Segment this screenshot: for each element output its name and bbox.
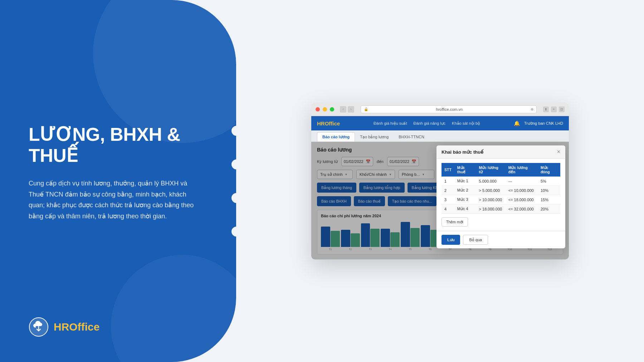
right-panel: ‹ › 🔒 hroffice.com.vn ⊕ ⬆ + ⊡ HROffice <box>236 0 644 362</box>
modal-overlay: Khai báo mức thuế × STT Mức thuế Mức lươ… <box>311 142 569 259</box>
app-main: Báo cáo lương Kỳ lương từ 01/02/2022 📅 đ… <box>311 142 569 259</box>
cell-stt: 2 <box>441 186 454 195</box>
deco-circle-2 <box>230 158 236 170</box>
cell-muc-dong: 5% <box>538 177 560 186</box>
col-luong-den: Mức lương đến <box>506 163 538 177</box>
cell-muc-thue: Mức 3 <box>454 195 476 204</box>
table-row: 3 Mức 3 > 10.000.000 <= 18.000.000 15% <box>441 195 560 204</box>
tab-bhxh-ttncn[interactable]: BHXH-TTNCN <box>394 132 429 142</box>
logo-area: HROffice <box>29 317 211 337</box>
col-muc-dong: Mức đóng <box>538 163 560 177</box>
nav-link-nang-luc[interactable]: Đánh giá năng lực <box>414 121 446 126</box>
browser-bar: ‹ › 🔒 hroffice.com.vn ⊕ ⬆ + ⊡ <box>311 103 569 116</box>
bo-qua-button[interactable]: Bỏ qua <box>463 235 488 245</box>
app-container: HROffice Đánh giá hiệu suất Đánh giá năn… <box>311 116 569 259</box>
cell-luong-tu: > 10.000.000 <box>476 195 506 204</box>
deco-circle-3 <box>230 192 236 204</box>
hroffice-logo-icon <box>29 317 49 337</box>
luu-button[interactable]: Lưu <box>441 235 460 245</box>
browser-share-button[interactable]: ⬆ <box>543 106 549 112</box>
browser-dot-green[interactable] <box>330 107 334 111</box>
cell-luong-tu: 5.000.000 <box>476 177 506 186</box>
modal-body: STT Mức thuế Mức lương từ Mức lương đến … <box>436 159 565 231</box>
table-row: 1 Mức 1 5.000.000 --- 5% <box>441 177 560 186</box>
description: Cung cấp dịch vụ tính lương, thưởng, quả… <box>29 178 200 222</box>
left-content: LƯƠNG, BHXH & THUẾ Cung cấp dịch vụ tính… <box>29 29 211 317</box>
app-nav-links: Đánh giá hiệu suất Đánh giá năng lực Khả… <box>374 121 480 126</box>
modal-close-button[interactable]: × <box>557 149 560 155</box>
app-nav-right: 🔔 Trường ban CNK LHD <box>514 120 563 126</box>
modal-footer: Lưu Bỏ qua <box>436 231 565 248</box>
left-panel: LƯƠNG, BHXH & THUẾ Cung cấp dịch vụ tính… <box>0 0 236 362</box>
cell-luong-den: --- <box>506 177 538 186</box>
cell-stt: 1 <box>441 177 454 186</box>
nav-link-khao-sat[interactable]: Khảo sát nội bộ <box>452 121 480 126</box>
tab-tao-bang-luong[interactable]: Tạo bảng lương <box>355 132 394 142</box>
cell-muc-thue: Mức 1 <box>454 177 476 186</box>
col-muc-thue: Mức thuế <box>454 163 476 177</box>
cell-muc-thue: Mức 2 <box>454 186 476 195</box>
user-name: Trường ban CNK LHD <box>524 121 563 126</box>
modal-header: Khai báo mức thuế × <box>436 145 565 159</box>
cell-luong-den: <= 32.000.000 <box>506 204 538 214</box>
circles-decoration <box>230 125 236 238</box>
app-navbar: HROffice Đánh giá hiệu suất Đánh giá năn… <box>311 116 569 130</box>
cell-muc-dong: 20% <box>538 204 560 214</box>
browser-controls: ‹ › <box>340 106 354 113</box>
tab-bao-cao-luong[interactable]: Báo cáo lương <box>317 132 355 142</box>
cell-luong-tu: > 5.000.000 <box>476 186 506 195</box>
cell-muc-dong: 15% <box>538 195 560 204</box>
col-luong-tu: Mức lương từ <box>476 163 506 177</box>
app-tabs: Báo cáo lương Tạo bảng lương BHXH-TTNCN <box>311 130 569 142</box>
browser-menu-button[interactable]: ⊡ <box>559 106 565 112</box>
browser-dot-red[interactable] <box>316 107 320 111</box>
deco-circle-1 <box>230 125 236 137</box>
muc-thue-table: STT Mức thuế Mức lương từ Mức lương đến … <box>441 163 560 214</box>
browser-back-button[interactable]: ‹ <box>340 106 346 113</box>
browser-forward-button[interactable]: › <box>348 106 354 113</box>
cell-luong-den: <= 18.000.000 <box>506 195 538 204</box>
deco-circle-4 <box>230 225 236 238</box>
cell-muc-thue: Mức 4 <box>454 204 476 214</box>
notification-bell-icon[interactable]: 🔔 <box>514 120 520 126</box>
browser-actions: ⬆ + ⊡ <box>543 106 565 112</box>
khai-bao-muc-thue-modal: Khai báo mức thuế × STT Mức thuế Mức lươ… <box>436 145 565 248</box>
table-row: 2 Mức 2 > 5.000.000 <= 10.000.000 10% <box>441 186 560 195</box>
cell-luong-tu: > 18.000.000 <box>476 204 506 214</box>
col-stt: STT <box>441 163 454 177</box>
cell-muc-dong: 10% <box>538 186 560 195</box>
browser-address-bar[interactable]: 🔒 hroffice.com.vn ⊕ <box>361 105 537 113</box>
browser-dot-yellow[interactable] <box>323 107 327 111</box>
cell-luong-den: <= 10.000.000 <box>506 186 538 195</box>
modal-title: Khai báo mức thuế <box>441 149 483 155</box>
cell-stt: 3 <box>441 195 454 204</box>
logo-text: HROffice <box>54 321 99 333</box>
browser-add-tab-button[interactable]: + <box>551 106 557 112</box>
main-title: LƯƠNG, BHXH & THUẾ <box>29 124 211 167</box>
table-row: 4 Mức 4 > 18.000.000 <= 32.000.000 20% <box>441 204 560 214</box>
cell-stt: 4 <box>441 204 454 214</box>
browser-window: ‹ › 🔒 hroffice.com.vn ⊕ ⬆ + ⊡ HROffice <box>311 103 569 259</box>
app-logo: HROffice <box>317 120 340 127</box>
them-moi-button[interactable]: Thêm mới <box>441 217 468 227</box>
nav-link-hieu-suat[interactable]: Đánh giá hiệu suất <box>374 121 407 126</box>
